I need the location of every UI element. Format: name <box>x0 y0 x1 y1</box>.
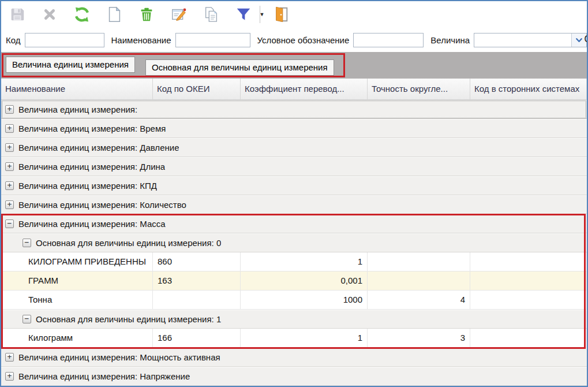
delete-button[interactable] <box>137 5 156 24</box>
expand-icon[interactable]: + <box>5 372 14 381</box>
group-row-label: Величина единиц измерения: Время <box>18 124 166 133</box>
table-cell: КИЛОГРАММ ПРИВЕДЕННЫ <box>1 252 153 271</box>
group-row[interactable]: +Величина единиц измерения: Мощность акт… <box>1 348 587 367</box>
app-window: ▼ Код Наименование Условное обозначение … <box>0 0 588 387</box>
expand-icon[interactable]: + <box>5 200 14 209</box>
group-row[interactable]: −Величина единиц измерения: Масса <box>1 214 587 233</box>
group-row[interactable]: −Основная для величины единиц измерения:… <box>1 233 587 252</box>
column-header[interactable]: Точность округле... <box>368 79 470 99</box>
exit-button[interactable] <box>272 5 290 24</box>
collapse-icon[interactable]: − <box>23 239 31 247</box>
column-header[interactable]: Код в сторонних системах <box>470 79 587 99</box>
group-row[interactable]: +Величина единиц измерения: Напряжение <box>1 367 587 386</box>
table-cell: ГРАММ <box>1 271 153 290</box>
table-cell: 1 <box>241 252 368 271</box>
filter-row: Код Наименование Условное обозначение Ве… <box>1 28 587 52</box>
magnitude-filter-combobox[interactable] <box>474 33 587 47</box>
table-cell <box>153 291 241 309</box>
table-cell: Тонна <box>1 291 153 309</box>
table-cell <box>368 252 470 271</box>
filter-dropdown-arrow[interactable]: ▼ <box>258 5 266 24</box>
group-row-label: Величина единиц измерения: КПД <box>18 181 157 191</box>
expand-icon[interactable]: + <box>5 105 14 114</box>
column-header[interactable]: Наименование <box>1 79 153 99</box>
exit-door-icon <box>272 6 290 23</box>
create-button[interactable] <box>105 5 123 24</box>
trash-icon <box>138 6 155 23</box>
column-header[interactable]: Коэффициент перевод... <box>241 79 368 99</box>
group-by-panel: Величина единиц измерения Основная для в… <box>1 52 587 79</box>
cancel-button[interactable] <box>40 5 59 24</box>
group-row[interactable]: +Величина единиц измерения: Время <box>1 119 587 138</box>
grid-header: НаименованиеКод по ОКЕИКоэффициент перев… <box>1 79 587 100</box>
table-row[interactable]: ГРАММ1630,001 <box>1 271 587 291</box>
clipped-label: С <box>584 34 588 44</box>
group-row[interactable]: +Величина единиц измерения: Давление <box>1 138 587 157</box>
table-cell <box>470 291 587 309</box>
table-cell: 0,001 <box>241 271 368 290</box>
table-cell: Килограмм <box>1 329 153 347</box>
group-row[interactable]: −Основная для величины единиц измерения:… <box>1 310 587 329</box>
cancel-icon <box>41 6 58 23</box>
new-document-icon <box>106 6 123 23</box>
name-filter-input[interactable] <box>175 33 250 47</box>
group-row[interactable]: +Величина единиц измерения: Длина <box>1 157 587 176</box>
group-row-label: Величина единиц измерения: Напряжение <box>18 371 190 381</box>
chevron-down-icon <box>575 36 583 44</box>
save-button[interactable] <box>8 5 27 24</box>
group-chip-magnitude[interactable]: Величина единиц измерения <box>6 57 135 73</box>
table-row[interactable]: Тонна10004 <box>1 291 587 310</box>
table-cell <box>470 271 587 290</box>
table-cell: 1 <box>241 329 368 347</box>
group-row-label: Основная для величины единиц измерения: … <box>36 314 221 324</box>
filter-button[interactable] <box>234 5 253 24</box>
group-row[interactable]: +Величина единиц измерения: <box>1 100 587 119</box>
group-row[interactable]: +Величина единиц измерения: КПД <box>1 176 587 195</box>
magnitude-filter-label: Величина <box>430 35 470 45</box>
collapse-icon[interactable]: − <box>23 315 31 323</box>
copy-button[interactable] <box>202 5 220 24</box>
table-cell <box>470 252 587 271</box>
column-header[interactable]: Код по ОКЕИ <box>153 79 241 99</box>
table-cell: 163 <box>153 271 241 290</box>
group-row[interactable]: +Величина единиц измерения: Количество <box>1 195 587 214</box>
name-filter-label: Наименование <box>111 35 171 45</box>
table-cell: 3 <box>368 329 470 347</box>
table-cell <box>470 329 587 347</box>
group-row-label: Величина единиц измерения: Количество <box>18 200 186 210</box>
expand-icon[interactable]: + <box>5 181 14 190</box>
combobox-value <box>474 34 571 47</box>
expand-icon[interactable]: + <box>5 353 14 362</box>
group-row-label: Величина единиц измерения: Длина <box>18 162 165 172</box>
table-cell <box>368 271 470 290</box>
symbol-filter-input[interactable] <box>353 33 424 47</box>
group-row-label: Величина единиц измерения: Мощность акти… <box>18 352 220 362</box>
symbol-filter-label: Условное обозначение <box>257 35 350 45</box>
toolbar: ▼ <box>1 1 587 28</box>
table-cell: 860 <box>153 252 241 271</box>
save-icon <box>9 6 26 23</box>
code-filter-input[interactable] <box>25 33 104 47</box>
refresh-button[interactable] <box>73 5 91 24</box>
edit-button[interactable] <box>170 5 188 24</box>
table-cell: 166 <box>153 329 241 347</box>
group-row-label: Величина единиц измерения: <box>18 105 137 114</box>
expand-icon[interactable]: + <box>5 124 14 133</box>
edit-icon <box>170 6 188 23</box>
table-cell: 4 <box>368 291 470 309</box>
table-row[interactable]: КИЛОГРАММ ПРИВЕДЕННЫ8601 <box>1 252 587 271</box>
group-row-label: Основная для величины единиц измерения: … <box>36 238 221 248</box>
group-row-label: Величина единиц измерения: Масса <box>18 219 166 229</box>
refresh-icon <box>73 6 91 23</box>
grid-rows: +Величина единиц измерения:+Величина еди… <box>1 100 587 386</box>
copy-icon <box>203 6 220 23</box>
code-filter-label: Код <box>6 35 21 45</box>
expand-icon[interactable]: + <box>5 162 14 171</box>
table-row[interactable]: Килограмм16613 <box>1 329 587 348</box>
filter-icon <box>235 6 252 23</box>
group-chip-base[interactable]: Основная для величины единиц измерения <box>145 59 334 76</box>
expand-icon[interactable]: + <box>5 143 14 152</box>
group-row-label: Величина единиц измерения: Давление <box>18 143 179 152</box>
collapse-icon[interactable]: − <box>5 219 14 228</box>
table-cell: 1000 <box>241 291 368 309</box>
